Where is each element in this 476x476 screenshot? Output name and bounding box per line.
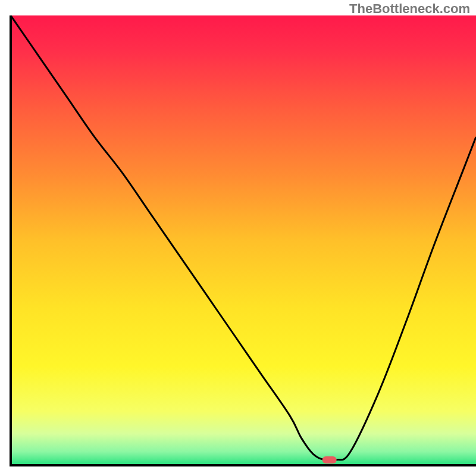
- chart-container: TheBottleneck.com: [0, 0, 476, 476]
- watermark-text: TheBottleneck.com: [349, 1, 470, 17]
- plot-area: [11, 15, 476, 465]
- optimal-marker: [322, 456, 337, 464]
- bottleneck-chart: [0, 0, 476, 476]
- gradient-background: [11, 15, 476, 465]
